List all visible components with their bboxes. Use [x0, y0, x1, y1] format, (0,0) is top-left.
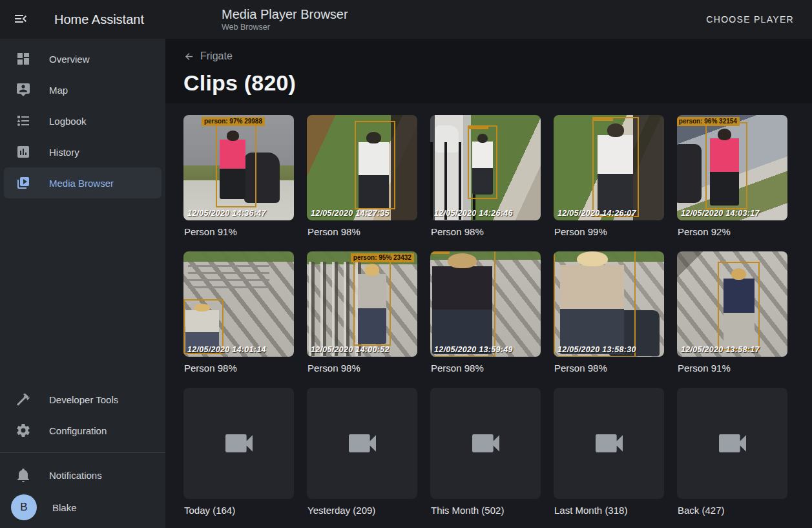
clip-cell: 12/05/2020 13:58:17Person 91%: [677, 251, 787, 388]
scene-object: [188, 260, 270, 288]
page-title: Clips (820): [183, 70, 812, 96]
clip-timestamp-overlay: 12/05/2020 14:26:07: [557, 209, 636, 218]
play-box-multiple-icon: [16, 175, 49, 191]
folder-label: Last Month (318): [554, 505, 663, 516]
folder-cell: Back (427): [677, 388, 787, 528]
detection-bounding-box: [468, 125, 497, 199]
sidebar-item-overview[interactable]: Overview: [4, 43, 161, 74]
clip-caption: Person 98%: [307, 363, 417, 374]
dashboard-icon: [16, 51, 49, 67]
sidebar-item-notifications[interactable]: Notifications: [4, 459, 161, 491]
notifications-label: Notifications: [49, 470, 102, 481]
clip-thumbnail[interactable]: 12/05/2020 14:01:14: [183, 251, 294, 357]
bell-icon: [16, 467, 49, 483]
video-icon: [468, 425, 504, 461]
page-header-subtitle: Web Browser: [222, 22, 348, 32]
sidebar-item-label: Developer Tools: [49, 394, 118, 405]
clip-cell: 12/05/2020 14:26:07Person 99%: [554, 115, 664, 251]
folder-label: This Month (502): [431, 505, 540, 516]
breadcrumb-back[interactable]: Frigate: [183, 50, 233, 62]
avatar: B: [11, 494, 37, 520]
media-folder-yesterday[interactable]: [307, 388, 417, 499]
detection-bounding-box: [718, 262, 760, 350]
detection-bounding-box: [430, 251, 495, 357]
sidebar-divider: [0, 452, 165, 453]
clip-caption: Person 98%: [554, 363, 663, 374]
account-tooltip-icon: [16, 82, 49, 98]
clip-thumbnail[interactable]: person: 96% 3215412/05/2020 14:03:17: [677, 115, 787, 220]
media-folder-today[interactable]: [183, 388, 294, 499]
app-title: Home Assistant: [54, 12, 144, 27]
clip-thumbnail[interactable]: 12/05/2020 14:26:07: [554, 115, 664, 220]
clip-caption: Person 98%: [184, 363, 293, 374]
menu-open-icon: [13, 11, 28, 28]
clip-thumbnail[interactable]: 12/05/2020 14:26:46: [430, 115, 541, 220]
list-bulleted-icon: [16, 113, 49, 129]
sidebar-item-media-browser[interactable]: Media Browser: [4, 167, 161, 198]
sidebar-item-developer-tools[interactable]: Developer Tools: [4, 384, 161, 415]
video-icon: [591, 425, 627, 461]
sidebar-spacer: [0, 198, 165, 384]
clip-timestamp-overlay: 12/05/2020 14:36:47: [187, 209, 266, 218]
sidebar-nav-bottom: Developer ToolsConfiguration: [0, 384, 165, 446]
folder-label: Today (164): [184, 505, 293, 516]
sidebar-item-configuration[interactable]: Configuration: [4, 415, 161, 446]
media-folder-this-month[interactable]: [430, 388, 541, 499]
clip-caption: Person 92%: [678, 226, 787, 238]
sidebar-toggle-button[interactable]: [8, 6, 34, 32]
detection-badge: person: 95% 23432: [351, 253, 414, 262]
page-header-title: Media Player Browser: [222, 6, 348, 22]
folder-cell: This Month (502): [430, 388, 541, 528]
detection-bounding-box: [353, 259, 391, 346]
sidebar-item-profile[interactable]: B Blake: [4, 491, 161, 524]
video-icon: [714, 425, 751, 461]
media-header: Frigate Clips (820): [165, 39, 812, 103]
clip-thumbnail[interactable]: 12/05/2020 14:27:35: [307, 115, 417, 220]
choose-player-button[interactable]: CHOOSE PLAYER: [701, 9, 799, 30]
folder-cell: Yesterday (209): [307, 388, 417, 528]
video-icon: [344, 425, 380, 461]
clip-thumbnail[interactable]: 12/05/2020 13:58:30: [554, 251, 664, 357]
video-icon: [221, 425, 257, 461]
clip-cell: 12/05/2020 14:26:46Person 98%: [430, 115, 541, 251]
detection-bounding-box: [592, 117, 639, 217]
media-grid: person: 97% 2998812/05/2020 14:36:47Pers…: [165, 103, 812, 528]
sidebar-item-label: Overview: [49, 54, 90, 65]
top-app-bar: Home Assistant Media Player Browser Web …: [0, 0, 812, 39]
media-folder-last-month[interactable]: [554, 388, 664, 499]
folder-label: Yesterday (209): [307, 505, 417, 516]
clip-timestamp-overlay: 12/05/2020 14:01:14: [187, 345, 266, 354]
detection-badge: person: 97% 29988: [202, 117, 265, 126]
folder-label: Back (427): [678, 505, 787, 516]
breadcrumb-label: Frigate: [200, 50, 233, 62]
detection-badge: person: 96% 32154: [677, 117, 740, 126]
clip-cell: 12/05/2020 13:58:30Person 98%: [554, 251, 664, 388]
sidebar-item-history[interactable]: History: [4, 136, 161, 167]
clip-caption: Person 98%: [431, 226, 540, 238]
arrow-left-icon: [183, 51, 194, 62]
clip-timestamp-overlay: 12/05/2020 14:03:17: [681, 209, 760, 218]
detection-bounding-box: [355, 121, 395, 209]
clip-thumbnail[interactable]: 12/05/2020 13:59:49: [430, 251, 541, 357]
chart-box-icon: [16, 144, 49, 160]
hammer-icon: [16, 392, 49, 407]
clip-caption: Person 91%: [678, 363, 787, 374]
sidebar-item-map[interactable]: Map: [4, 74, 161, 105]
sidebar-item-label: Configuration: [49, 425, 107, 436]
clip-thumbnail[interactable]: 12/05/2020 13:58:17: [677, 251, 787, 357]
sidebar-item-label: Map: [49, 85, 68, 96]
sidebar: OverviewMapLogbookHistoryMedia Browser D…: [0, 39, 165, 528]
sidebar-item-label: Logbook: [49, 116, 87, 127]
sidebar-item-label: History: [49, 147, 79, 158]
detection-bounding-box: [705, 122, 747, 209]
clip-thumbnail[interactable]: person: 95% 2343212/05/2020 14:00:52: [307, 251, 417, 357]
sidebar-item-label: Media Browser: [49, 178, 114, 189]
clip-cell: person: 96% 3215412/05/2020 14:03:17Pers…: [677, 115, 787, 251]
clip-caption: Person 98%: [307, 226, 417, 238]
media-browser-content: Frigate Clips (820) person: 97% 2998812/…: [165, 39, 812, 528]
sidebar-item-logbook[interactable]: Logbook: [4, 105, 161, 136]
clip-thumbnail[interactable]: person: 97% 2998812/05/2020 14:36:47: [183, 115, 294, 220]
clip-caption: Person 99%: [554, 226, 663, 238]
media-folder-back[interactable]: [677, 388, 787, 499]
detection-bounding-box: [554, 251, 636, 357]
